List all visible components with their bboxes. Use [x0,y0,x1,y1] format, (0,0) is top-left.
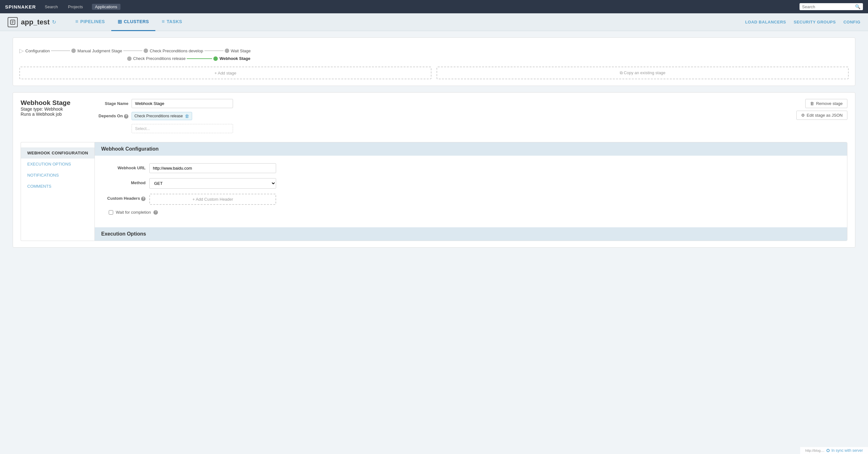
webhook-config-header: Webhook Configuration [95,142,847,156]
stage-right-buttons: 🗑 Remove stage ⚙ Edit stage as JSON [796,99,847,120]
app-logo-icon [8,17,18,27]
global-search-input[interactable] [802,4,855,9]
stage-manual-circle [71,49,76,53]
stage-manual-label: Manual Judgment Stage [78,49,122,53]
nav-search[interactable]: Search [43,4,59,9]
app-navigation: ≡ PIPELINES ⊞ CLUSTERS ≡ TASKS [69,13,188,31]
custom-headers-label: Custom Headers ? [101,194,146,201]
stage-type-label: Stage type: [21,107,43,112]
nav-item-pipelines[interactable]: ≡ PIPELINES [69,13,111,31]
stage-type-value: Webhook [44,107,63,112]
connector-line-2 [123,51,142,51]
stage-wait-label: Wait Stage [231,49,251,53]
nav-tasks-label: TASKS [167,19,182,24]
stage-check-rel-label: Check Preconditions release [133,56,185,61]
trash-icon: 🗑 [810,101,814,106]
custom-headers-help-icon: ? [141,196,146,201]
gear-icon: ⚙ [801,113,805,118]
app-title: app_test [21,18,50,26]
custom-headers-row: Custom Headers ? + Add Custom Header [101,194,841,205]
depends-on-help-icon: ? [124,114,128,119]
edit-json-label: Edit stage as JSON [807,113,843,118]
stage-webhook-circle [213,56,218,61]
connector-line-3 [205,51,223,51]
nav-pipelines-label: PIPELINES [80,19,105,24]
top-navigation: SPINNAKER Search Projects Applications 🔍 [0,0,868,13]
remove-stage-button[interactable]: 🗑 Remove stage [805,99,847,108]
remove-stage-label: Remove stage [816,101,843,106]
global-search: 🔍 [800,3,863,10]
diagram-wrapper: ▷ Configuration Manual Judgment Stage Ch… [19,44,849,64]
sidebar-item-notifications[interactable]: NOTIFICATIONS [21,170,94,181]
depends-tag-text: Check Preconditions release [134,114,183,118]
stage-type-row: Stage type: Webhook [21,107,90,112]
app-header: app_test ↻ ≡ PIPELINES ⊞ CLUSTERS ≡ TASK… [0,13,868,31]
wait-completion-label: Wait for completion [116,210,151,215]
nav-item-tasks[interactable]: ≡ TASKS [155,13,189,31]
stage-description: Runs a Webhook job [21,112,90,117]
wait-completion-row: Wait for completion ? [101,210,841,215]
load-balancers-link[interactable]: LOAD BALANCERS [745,20,786,24]
stage-check-dev-node[interactable]: Check Preconditions develop [144,49,203,53]
connector-line-1 [51,51,70,51]
config-link[interactable]: CONFIG [843,20,860,24]
tasks-icon: ≡ [162,19,165,24]
stage-wait-node[interactable]: Wait Stage [225,49,251,53]
stage-name-row: Stage Name [90,99,796,108]
method-select[interactable]: GET POST PUT DELETE PATCH [149,178,276,189]
app-nav-right: LOAD BALANCERS SECURITY GROUPS CONFIG [745,20,860,24]
stage-check-rel-node[interactable]: Check Preconditions release [127,56,185,61]
stage-config-label: Configuration [25,49,50,53]
depends-select-row: Select... [90,124,796,133]
copy-stage-label: Copy an existing stage [624,70,666,75]
copy-stage-button[interactable]: ⧉ Copy an existing stage [437,67,849,79]
pipelines-icon: ≡ [75,19,78,24]
depends-on-value-area: Check Preconditions release 🗑 [131,112,192,120]
webhook-url-row: Webhook URL [101,163,841,173]
security-groups-link[interactable]: SECURITY GROUPS [794,20,836,24]
clusters-icon: ⊞ [118,19,122,25]
nav-projects[interactable]: Projects [67,4,84,9]
stage-top-row: Webhook Stage Stage type: Webhook Runs a… [21,99,847,137]
stage-name-input[interactable] [131,99,233,108]
stage-check-dev-circle [144,49,148,53]
webhook-url-label: Webhook URL [101,163,146,170]
edit-json-button[interactable]: ⚙ Edit stage as JSON [796,111,847,120]
nav-item-clusters[interactable]: ⊞ CLUSTERS [111,13,155,31]
webhook-url-input[interactable] [149,163,276,173]
depends-select-placeholder[interactable]: Select... [131,124,233,133]
add-stage-button[interactable]: + Add stage [19,67,431,79]
webhook-config-body: Webhook URL Method GET POST PUT DELETE P… [95,156,847,227]
add-custom-header-button[interactable]: + Add Custom Header [149,194,276,205]
config-sidebar: WEBHOOK CONFIGURATION EXECUTION OPTIONS … [21,142,94,241]
execution-options-header: Execution Options [95,227,847,241]
sync-indicator [827,449,830,452]
stage-center-form: Stage Name Depends On ? Check Preconditi… [90,99,796,137]
stage-check-rel-circle [127,56,131,61]
pipeline-add-row: + Add stage ⧉ Copy an existing stage [19,67,849,79]
method-row: Method GET POST PUT DELETE PATCH [101,178,841,189]
nav-applications[interactable]: Applications [92,4,121,10]
connector-line-active [187,58,212,59]
sync-label: In sync with server [832,448,863,453]
sidebar-item-comments[interactable]: COMMENTS [21,181,94,192]
sidebar-item-execution-options[interactable]: EXECUTION OPTIONS [21,158,94,170]
wait-completion-checkbox[interactable] [109,210,113,215]
main-content: ▷ Configuration Manual Judgment Stage Ch… [0,31,868,454]
stage-webhook-node[interactable]: Webhook Stage [213,56,250,61]
remove-depends-tag[interactable]: 🗑 [185,114,189,119]
sync-url: http://blog.... [805,449,825,452]
depends-tag: Check Preconditions release 🗑 [131,112,192,120]
depends-on-label: Depends On ? [90,114,128,119]
refresh-icon[interactable]: ↻ [52,19,56,25]
config-layout: WEBHOOK CONFIGURATION EXECUTION OPTIONS … [21,142,847,241]
config-content-area: Webhook Configuration Webhook URL Method… [94,142,847,241]
depends-on-row: Depends On ? Check Preconditions release… [90,112,796,120]
status-bar: http://blog.... In sync with server [800,447,868,454]
stage-config-node[interactable]: ▷ Configuration [19,47,50,54]
stage-manual-node[interactable]: Manual Judgment Stage [71,49,122,53]
sidebar-item-webhook-config[interactable]: WEBHOOK CONFIGURATION [21,147,94,158]
method-label: Method [101,178,146,185]
stage-webhook-label: Webhook Stage [219,56,250,61]
nav-clusters-label: CLUSTERS [124,19,149,24]
